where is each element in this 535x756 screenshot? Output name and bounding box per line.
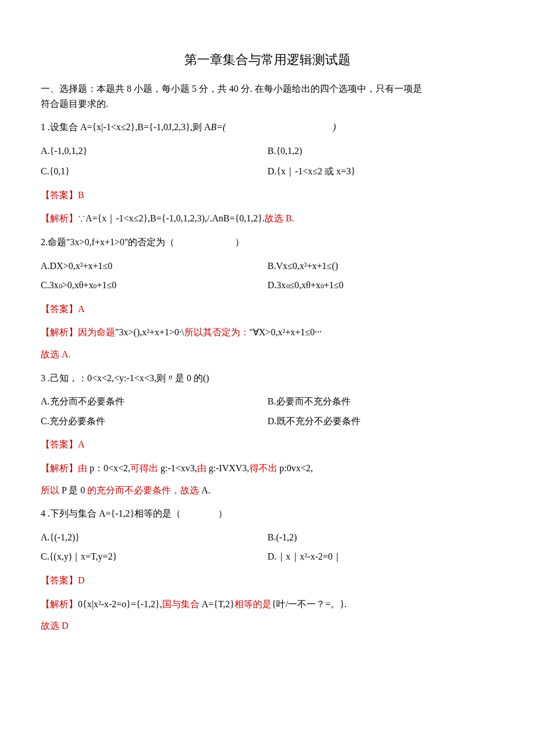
q1-stem-italic: B=( (211, 122, 226, 132)
q1-analysis-label: 【解析】 (41, 213, 78, 223)
q3-answer: 【答案】A (41, 437, 494, 452)
q2-option-b: B.Vx≤0,x²+x+1≤() (268, 259, 494, 274)
q3-r2: 可得出 (130, 463, 158, 473)
q4-answer-label: 【答案】 (41, 575, 78, 585)
q3-b1: p：0<x<2, (87, 463, 130, 473)
q3-l2-r1: 所以 (41, 485, 59, 495)
q1-analysis: 【解析】∵A={x｜-1<x≤2},B={-1,0,1,2,3),/.AnB={… (41, 211, 494, 226)
q2-analysis-black1: "3x>(),x²+x+1>0∙\ (115, 327, 184, 337)
q2-analysis-red2: 所以其否定为： (184, 327, 249, 337)
q2-option-c: C.3x₀>0,xθ+x₀+1≤0 (41, 278, 268, 293)
q1-option-b: B.{0,1,2) (268, 144, 494, 159)
q3-r3: 由 (197, 463, 206, 473)
q4-b1: 0{x|x²-x-2=o}={-1,2}, (78, 599, 162, 609)
q3-options-row2: C.充分必要条件 D.既不充分不必要条件 (41, 414, 494, 429)
q4-options-row1: A.{(-1,2)} B.(-1,2) (41, 530, 494, 545)
q4-analysis-line2: 故选 D (41, 618, 494, 633)
q4-stem-paren: ） (218, 508, 227, 518)
q4-stem: 4 .下列与集合 A={-1,2}相等的是（ (41, 508, 181, 518)
page-title: 第一章集合与常用逻辑测试题 (41, 49, 494, 70)
q3-option-a: A.充分而不必要条件 (41, 394, 268, 409)
intro-line-2: 符合题目要求的. (41, 96, 494, 112)
q3-analysis-label: 【解析】 (41, 463, 78, 473)
q1-analysis-text: ∵A={x｜-1<x≤2},B={-1,0,1,2,3),/.AnB={0,1,… (78, 213, 265, 223)
q2-analysis-line1: 【解析】因为命题"3x>(),x²+x+1>0∙\所以其否定为："∀X>0,x²… (41, 325, 494, 340)
q4-b3: {叶/一不一？=。}. (272, 599, 347, 609)
q4-r1: 国与集合 (162, 599, 199, 609)
q2-options-row2: C.3x₀>0,xθ+x₀+1≤0 D.3x₀≤0,xθ+x₀+1≤0 (41, 278, 494, 293)
q3-answer-value: A (78, 439, 85, 449)
q1-answer: 【答案】B (41, 188, 494, 203)
q1-analysis-conclusion: 故选 B. (265, 213, 294, 223)
intro-line-1: 一、选择题：本题共 8 小题，每小题 5 分，共 40 分. 在每小题给出的四个… (41, 81, 494, 96)
q2-option-d: D.3x₀≤0,xθ+x₀+1≤0 (268, 278, 494, 293)
q4-option-c: C.{(x,y)｜x=T,y=2} (41, 549, 268, 564)
q4-answer-value: D (78, 575, 85, 585)
q2-analysis-red1: 因为命题 (78, 327, 115, 337)
q2-answer-label: 【答案】 (41, 304, 78, 314)
q3-r1: 由 (78, 463, 87, 473)
q1-option-d: D.{x｜-1<x≤2 或 x=3} (268, 164, 494, 179)
question-3: 3 .己知，：0<x<2,<y:-1<x<3,则〃是 0 的() (41, 371, 494, 386)
q1-options-row1: A.{-1,0,1,2} B.{0,1,2) (41, 144, 494, 159)
q3-option-c: C.充分必要条件 (41, 414, 268, 429)
q3-stem: 3 .己知，：0<x<2,<y:-1<x<3,则〃是 0 的() (41, 373, 209, 383)
q2-answer-value: A (78, 304, 85, 314)
q4-analysis-label: 【解析】 (41, 599, 78, 609)
q4-option-b: B.(-1,2) (268, 530, 494, 545)
q1-answer-label: 【答案】 (41, 190, 78, 200)
q2-analysis-label: 【解析】 (41, 327, 78, 337)
q3-b4: p:0vx<2, (277, 463, 313, 473)
q3-answer-label: 【答案】 (41, 439, 78, 449)
q3-analysis-line1: 【解析】由 p：0<x<2,可得出 g:-1<xv3,由 g:-IVXV3,得不… (41, 461, 494, 476)
q3-analysis-line2: 所以 P 是 0 的充分而不必要条件，故选 A. (41, 483, 494, 498)
q3-b2: g:-1<xv3, (158, 463, 197, 473)
question-2: 2.命题"3x>0,f+x+1>0"的否定为（ ） (41, 235, 494, 250)
q1-options-row2: C.{0,1} D.{x｜-1<x≤2 或 x=3} (41, 164, 494, 179)
section-intro: 一、选择题：本题共 8 小题，每小题 5 分，共 40 分. 在每小题给出的四个… (41, 81, 494, 111)
q4-r2: 相等的是 (234, 599, 272, 609)
q4-answer: 【答案】D (41, 573, 494, 588)
q4-b2: A={T,2} (199, 599, 235, 609)
q3-option-b: B.必要而不充分条件 (268, 394, 494, 409)
q1-stem: 1 .设集合 A={x|-1<x≤2},B={-1,0J,2,3},则 A (41, 122, 211, 132)
q4-option-a: A.{(-1,2)} (41, 530, 268, 545)
q2-analysis-line2: 故选 A. (41, 347, 494, 362)
q3-l2-b1: P 是 0 (59, 485, 87, 495)
q4-options-row2: C.{(x,y)｜x=T,y=2} D.｜x｜x²-x-2=0｜ (41, 549, 494, 564)
q2-answer: 【答案】A (41, 302, 494, 317)
q3-options-row1: A.充分而不必要条件 B.必要而不充分条件 (41, 394, 494, 409)
q1-option-a: A.{-1,0,1,2} (41, 144, 268, 159)
q2-options-row1: A.DX>0,x²+x+1≤0 B.Vx≤0,x²+x+1≤() (41, 259, 494, 274)
q3-option-d: D.既不充分不必要条件 (268, 414, 494, 429)
q1-answer-value: B (78, 190, 84, 200)
question-4: 4 .下列与集合 A={-1,2}相等的是（ ） (41, 506, 494, 521)
q2-option-a: A.DX>0,x²+x+1≤0 (41, 259, 268, 274)
q4-option-d: D.｜x｜x²-x-2=0｜ (268, 549, 494, 564)
q4-analysis-line1: 【解析】0{x|x²-x-2=o}={-1,2},国与集合 A={T,2}相等的… (41, 597, 494, 612)
q3-b3: g:-IVXV3, (206, 463, 249, 473)
question-1: 1 .设集合 A={x|-1<x≤2},B={-1,0J,2,3},则 AB=(… (41, 120, 494, 135)
q2-stem-paren: ） (235, 237, 244, 247)
q1-option-c: C.{0,1} (41, 164, 268, 179)
q3-r4: 得不出 (249, 463, 277, 473)
q2-stem: 2.命题"3x>0,f+x+1>0"的否定为（ (41, 237, 174, 247)
q2-analysis-black2: "∀X>0,x²+x+1≤0∙∙∙ (249, 327, 322, 337)
q3-l2-b2: A. (199, 485, 211, 495)
q1-stem-paren: ) (333, 122, 336, 132)
q3-l2-r2: 的充分而不必要条件，故选 (87, 485, 199, 495)
